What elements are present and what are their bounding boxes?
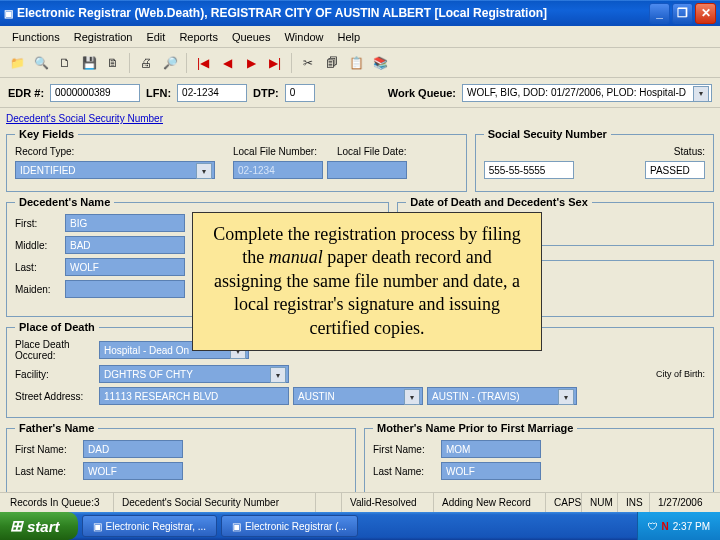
cut-icon[interactable]: ✂ [297,52,319,74]
minimize-button[interactable]: _ [649,3,670,24]
ssn-link[interactable]: Decedent's Social Security Number [6,113,163,124]
taskbar: ⊞ start ▣ Electronic Registrar, ... ▣ El… [0,512,720,540]
menu-registration[interactable]: Registration [68,29,139,45]
street-field[interactable]: 11113 RESEARCH BLVD [99,387,289,405]
dtp-field[interactable]: 0 [285,84,315,102]
separator [129,53,130,73]
binoculars-icon[interactable]: 🔍 [30,52,52,74]
mother-legend: Mother's Name Prior to First Marriage [373,422,577,434]
ssn-legend: Social Secuity Number [484,128,611,140]
status-num: NUM [584,493,618,512]
menu-functions[interactable]: Functions [6,29,66,45]
edr-field[interactable]: 0000000389 [50,84,140,102]
mother-name-group: Mother's Name Prior to First Marriage Fi… [364,422,714,493]
mother-last-label: Last Name: [373,466,437,477]
facility-label: Facility: [15,369,95,380]
ssn-group: Social Secuity Number Status: 555-55-555… [475,128,714,192]
status-ins: INS [620,493,650,512]
folder-icon[interactable]: 📁 [6,52,28,74]
lfn-field[interactable]: 02-1234 [177,84,247,102]
tray-shield-icon: 🛡 [648,521,658,532]
task-label-2: Electronic Registrar (... [245,521,347,532]
pod-legend: Place of Death [15,321,99,333]
menubar: Functions Registration Edit Reports Queu… [0,26,720,48]
last-record-icon[interactable]: ▶| [264,52,286,74]
mother-first-field[interactable]: MOM [441,440,541,458]
first-label: First: [15,218,61,229]
key-lfd-field[interactable] [327,161,407,179]
status-section: Decedent's Social Security Number [116,493,316,512]
statusbar: Records In Queue:3 Decedent's Social Sec… [0,492,720,512]
ssn-status-label: Status: [674,146,705,157]
taskbar-item-1[interactable]: ▣ Electronic Registrar, ... [82,515,218,537]
paste-icon[interactable]: 📋 [345,52,367,74]
next-record-icon[interactable]: ▶ [240,52,262,74]
last-field[interactable]: WOLF [65,258,185,276]
maiden-label: Maiden: [15,284,61,295]
task-icon: ▣ [232,521,241,532]
father-first-field[interactable]: DAD [83,440,183,458]
key-fields-group: Key Fields Record Type: Local File Numbe… [6,128,467,192]
menu-help[interactable]: Help [332,29,367,45]
street-label: Street Address: [15,391,95,402]
record-type-dropdown[interactable]: IDENTIFIED [15,161,215,179]
city-of-birth-label: City of Birth: [656,369,705,379]
maximize-button[interactable]: ❐ [672,3,693,24]
system-tray[interactable]: 🛡 N 2:37 PM [637,512,720,540]
mother-first-label: First Name: [373,444,437,455]
edr-label: EDR #: [8,87,44,99]
decedent-name-legend: Decedent's Name [15,196,114,208]
maiden-field[interactable] [65,280,185,298]
last-label: Last: [15,262,61,273]
copy-icon[interactable]: 🗐 [321,52,343,74]
new-doc-icon[interactable]: 🗋 [54,52,76,74]
ssn-field[interactable]: 555-55-5555 [484,161,574,179]
menu-queues[interactable]: Queues [226,29,277,45]
close-button[interactable]: ✕ [695,3,716,24]
preview-icon[interactable]: 🔎 [159,52,181,74]
first-record-icon[interactable]: |◀ [192,52,214,74]
status-date: 1/27/2006 [652,493,716,512]
menu-edit[interactable]: Edit [140,29,171,45]
county-dropdown[interactable]: AUSTIN - (TRAVIS) [427,387,577,405]
separator [291,53,292,73]
father-first-label: First Name: [15,444,79,455]
facility-dropdown[interactable]: DGHTRS OF CHTY [99,365,289,383]
workqueue-dropdown[interactable]: WOLF, BIG, DOD: 01/27/2006, PLOD: Hospit… [462,84,712,102]
start-button[interactable]: ⊞ start [0,512,78,540]
middle-label: Middle: [15,240,61,251]
menu-reports[interactable]: Reports [173,29,224,45]
save-icon[interactable]: 💾 [78,52,100,74]
key-lfn-field[interactable]: 02-1234 [233,161,323,179]
city-dropdown[interactable]: AUSTIN [293,387,423,405]
task-icon: ▣ [93,521,102,532]
mother-last-field[interactable]: WOLF [441,462,541,480]
father-last-field[interactable]: WOLF [83,462,183,480]
prev-record-icon[interactable]: ◀ [216,52,238,74]
father-last-label: Last Name: [15,466,79,477]
app-icon: ▣ [4,8,13,19]
first-field[interactable]: BIG [65,214,185,232]
tray-clock: 2:37 PM [673,521,710,532]
status-caps: CAPS [548,493,582,512]
father-name-group: Father's Name First Name:DAD Last Name:W… [6,422,356,493]
status-mode: Adding New Record [436,493,546,512]
pod-label: Place Death Occured: [15,339,95,361]
taskbar-item-2[interactable]: ▣ Electronic Registrar (... [221,515,358,537]
ssn-status-field: PASSED [645,161,705,179]
dtp-label: DTP: [253,87,279,99]
status-queue: Records In Queue:3 [4,493,114,512]
status-valid: Valid-Resolved [344,493,434,512]
lfn-label: Local File Number: [233,146,333,157]
lfn-label: LFN: [146,87,171,99]
print-icon[interactable]: 🖨 [135,52,157,74]
middle-field[interactable]: BAD [65,236,185,254]
docs-icon[interactable]: 🗎 [102,52,124,74]
record-type-label: Record Type: [15,146,95,157]
window-title: Electronic Registrar (Web.Death), REGIST… [13,6,649,20]
menu-window[interactable]: Window [278,29,329,45]
lfd-label: Local File Date: [337,146,417,157]
books-icon[interactable]: 📚 [369,52,391,74]
separator [186,53,187,73]
windows-icon: ⊞ [10,517,23,535]
